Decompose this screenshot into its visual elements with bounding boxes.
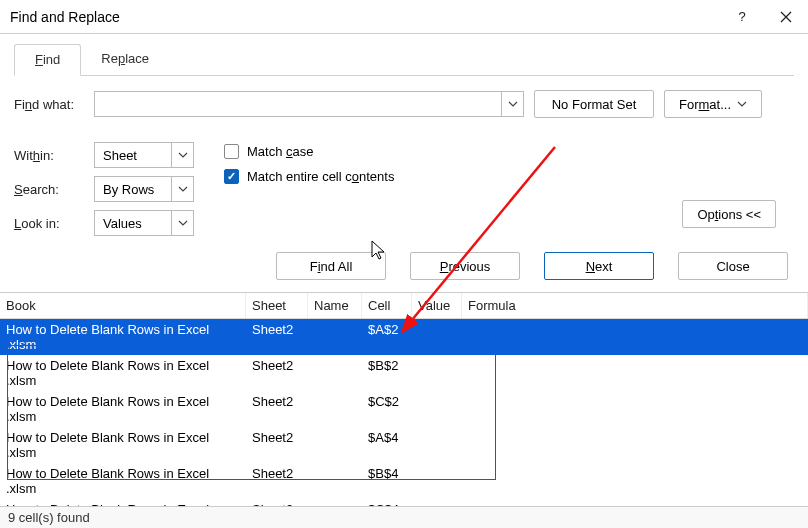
chevron-down-icon[interactable]	[171, 211, 193, 235]
search-label: Search:	[14, 182, 84, 197]
lookin-select[interactable]: Values	[94, 210, 194, 236]
col-sheet[interactable]: Sheet	[246, 293, 308, 318]
find-what-combo[interactable]	[94, 91, 524, 117]
match-case-label: Match case	[247, 144, 313, 159]
table-row[interactable]: How to Delete Blank Rows in Excel .xlsmS…	[0, 391, 808, 427]
next-button[interactable]: Next	[544, 252, 654, 280]
status-text: 9 cell(s) found	[8, 510, 90, 525]
previous-button[interactable]: Previous	[410, 252, 520, 280]
checkbox-icon	[224, 144, 239, 159]
close-icon[interactable]	[764, 0, 808, 34]
titlebar: Find and Replace ?	[0, 0, 808, 34]
checkbox-checked-icon: ✓	[224, 169, 239, 184]
chevron-down-icon[interactable]	[501, 92, 523, 116]
lookin-label: Look in:	[14, 216, 84, 231]
table-row[interactable]: How to Delete Blank Rows in Excel .xlsmS…	[0, 355, 808, 391]
results-header[interactable]: Book Sheet Name Cell Value Formula	[0, 293, 808, 319]
dialog-title: Find and Replace	[10, 9, 720, 25]
chevron-down-icon[interactable]	[171, 143, 193, 167]
find-what-input[interactable]	[95, 92, 501, 116]
chevron-down-icon[interactable]	[171, 177, 193, 201]
match-entire-checkbox[interactable]: ✓ Match entire cell contents	[224, 169, 394, 184]
col-name[interactable]: Name	[308, 293, 362, 318]
chevron-down-icon	[737, 99, 747, 109]
table-row[interactable]: How to Delete Blank Rows in Excel .xlsmS…	[0, 463, 808, 499]
col-cell[interactable]: Cell	[362, 293, 412, 318]
table-row[interactable]: How to Delete Blank Rows in Excel .xlsmS…	[0, 319, 808, 355]
col-book[interactable]: Book	[0, 293, 246, 318]
status-bar: 9 cell(s) found	[0, 506, 808, 528]
format-button[interactable]: Format...	[664, 90, 762, 118]
within-select[interactable]: Sheet	[94, 142, 194, 168]
col-formula[interactable]: Formula	[462, 293, 808, 318]
help-button[interactable]: ?	[720, 0, 764, 34]
find-all-button[interactable]: Find All	[276, 252, 386, 280]
match-case-checkbox[interactable]: Match case	[224, 144, 394, 159]
results-table: Book Sheet Name Cell Value Formula How t…	[0, 292, 808, 528]
col-value[interactable]: Value	[412, 293, 462, 318]
no-format-button[interactable]: No Format Set	[534, 90, 654, 118]
find-what-label: Find what:	[14, 97, 84, 112]
table-row[interactable]: How to Delete Blank Rows in Excel .xlsmS…	[0, 427, 808, 463]
tab-find[interactable]: Find	[14, 44, 81, 76]
match-entire-label: Match entire cell contents	[247, 169, 394, 184]
close-button[interactable]: Close	[678, 252, 788, 280]
tab-replace[interactable]: Replace	[81, 44, 169, 75]
tab-strip: Find Replace	[14, 44, 794, 76]
search-select[interactable]: By Rows	[94, 176, 194, 202]
options-button[interactable]: Options <<	[682, 200, 776, 228]
within-label: Within:	[14, 148, 84, 163]
